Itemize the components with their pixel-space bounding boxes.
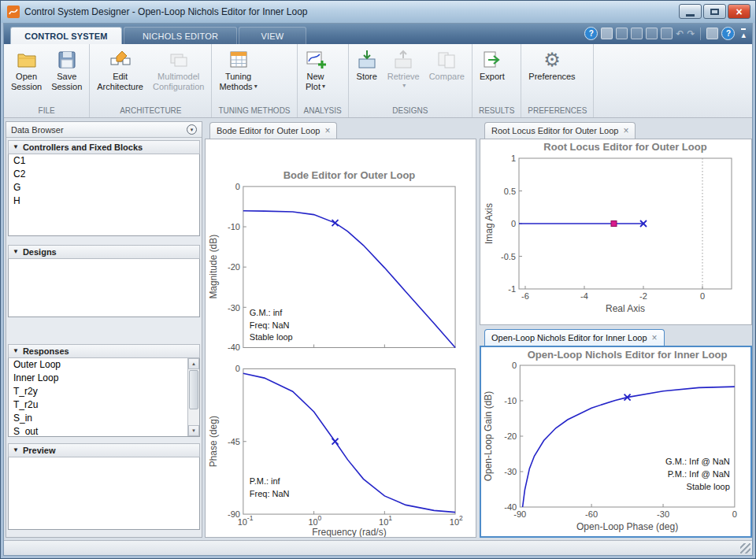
- scrollbar[interactable]: ▲ ▼: [187, 358, 199, 436]
- layout-icon[interactable]: [706, 28, 718, 39]
- group-tuning-methods: Tuning Methods▾ TUNING METHODS: [212, 44, 297, 117]
- close-tab-icon[interactable]: ×: [324, 126, 330, 135]
- open-session-button[interactable]: Open Session: [7, 46, 46, 93]
- group-label-file: FILE: [4, 106, 89, 117]
- list-item[interactable]: C1: [9, 154, 199, 168]
- button-label: Methods: [219, 82, 252, 92]
- button-label: Retrieve: [387, 72, 420, 82]
- collapse-triangle-icon[interactable]: ▼: [13, 447, 19, 453]
- app-frame: CONTROL SYSTEM NICHOLS EDITOR VIEW ? ↶ ↷…: [3, 23, 753, 556]
- tab-nichols-editor-plot[interactable]: Open-Loop Nichols Editor for Inner Loop …: [484, 329, 665, 346]
- svg-text:10: 10: [238, 517, 247, 527]
- collapse-triangle-icon[interactable]: ▼: [13, 144, 19, 150]
- control-system-designer-window: Control System Designer - Open-Loop Nich…: [0, 0, 756, 559]
- controllers-list[interactable]: C1C2GH: [8, 154, 200, 236]
- new-plot-button[interactable]: New Plot▾: [301, 46, 331, 93]
- maximize-button[interactable]: [703, 4, 726, 19]
- list-item[interactable]: S_in: [9, 412, 199, 425]
- nichols-plot: Open-Loop Nichols Editor for Inner Loop …: [481, 347, 750, 536]
- multimodel-configuration-button[interactable]: Multimodel Configuration: [149, 46, 208, 93]
- cut-icon[interactable]: [631, 28, 643, 39]
- help-icon[interactable]: ?: [721, 27, 735, 40]
- preferences-button[interactable]: ⚙ Preferences: [524, 46, 579, 83]
- list-item[interactable]: T_r2u: [9, 398, 199, 412]
- store-button[interactable]: Store: [352, 46, 382, 83]
- scroll-down-button[interactable]: ▼: [188, 425, 199, 436]
- tab-label: Root Locus Editor for Outer Loop: [491, 126, 618, 135]
- close-button[interactable]: ×: [728, 4, 750, 19]
- resize-grip[interactable]: [740, 543, 750, 553]
- group-label-results: RESULTS: [472, 106, 521, 117]
- retrieve-button[interactable]: Retrieve ▾: [384, 46, 424, 91]
- tab-label: CONTROL SYSTEM: [24, 31, 107, 41]
- title-bar[interactable]: Control System Designer - Open-Loop Nich…: [1, 1, 755, 23]
- button-label: Multimodel: [158, 72, 199, 82]
- root-locus-plot-area[interactable]: Root Locus Editor for Outer Loop 1 0.5 0: [480, 139, 752, 325]
- tab-view[interactable]: VIEW: [239, 27, 306, 44]
- section-title: Responses: [23, 346, 69, 356]
- edit-architecture-button[interactable]: Edit Architecture: [93, 46, 147, 93]
- panel-menu-icon[interactable]: ▾: [187, 124, 197, 135]
- close-tab-icon[interactable]: ×: [623, 126, 628, 135]
- list-item[interactable]: T_r2y: [9, 385, 199, 398]
- list-item[interactable]: H: [9, 194, 199, 208]
- bode-plot-area[interactable]: Bode Editor for Outer Loop 0 -10 -20 -30: [205, 139, 476, 538]
- ytick: -0.5: [501, 252, 516, 261]
- minimize-button[interactable]: [679, 4, 702, 19]
- list-item[interactable]: G: [9, 181, 199, 194]
- button-label: Tuning: [225, 72, 251, 82]
- section-designs: ▼ Designs: [8, 245, 200, 317]
- button-label: Open: [16, 72, 37, 82]
- group-label-analysis: ANALYSIS: [298, 106, 348, 117]
- tab-label: Bode Editor for Outer Loop: [217, 126, 320, 135]
- collapse-triangle-icon[interactable]: ▼: [13, 249, 19, 255]
- responses-list[interactable]: Outer LoopInner LoopT_r2yT_r2uS_inS_out: [9, 358, 199, 437]
- tab-control-system[interactable]: CONTROL SYSTEM: [10, 27, 122, 44]
- block-diagram-icon: [109, 48, 132, 72]
- section-header-responses[interactable]: ▼ Responses: [8, 344, 200, 358]
- save-session-button[interactable]: Save Session: [47, 46, 86, 93]
- scroll-thumb[interactable]: [189, 370, 198, 409]
- closed-loop-pole-marker[interactable]: [611, 221, 617, 227]
- redo-icon[interactable]: ↷: [687, 29, 695, 39]
- section-header-controllers[interactable]: ▼ Controllers and Fixed Blocks: [8, 140, 200, 154]
- svg-text:10: 10: [450, 517, 459, 527]
- section-title: Preview: [23, 446, 56, 455]
- tab-root-locus-editor[interactable]: Root Locus Editor for Outer Loop ×: [484, 122, 636, 139]
- xtick: -2: [639, 291, 647, 301]
- export-button[interactable]: Export: [476, 46, 509, 83]
- section-header-preview[interactable]: ▼ Preview: [8, 443, 200, 457]
- xtick: -60: [585, 509, 598, 519]
- button-label: Edit: [113, 72, 128, 82]
- store-icon: [356, 48, 378, 72]
- section-header-designs[interactable]: ▼ Designs: [8, 245, 200, 259]
- list-item[interactable]: C2: [9, 168, 199, 181]
- group-architecture: Edit Architecture Multimodel Configurati…: [90, 44, 212, 117]
- list-item[interactable]: Outer Loop: [9, 358, 199, 372]
- collapse-triangle-icon[interactable]: ▼: [13, 348, 19, 354]
- designs-list[interactable]: [8, 259, 200, 317]
- data-browser-header[interactable]: Data Browser ▾: [6, 122, 202, 138]
- tab-label: Open-Loop Nichols Editor for Inner Loop: [491, 333, 647, 342]
- list-item[interactable]: Inner Loop: [9, 372, 199, 385]
- close-tab-icon[interactable]: ×: [652, 333, 658, 342]
- help-badge-icon[interactable]: ?: [584, 27, 598, 40]
- new-figure-icon[interactable]: [601, 28, 613, 39]
- scroll-track[interactable]: [188, 369, 199, 425]
- tuning-methods-button[interactable]: Tuning Methods▾: [215, 46, 261, 93]
- svg-text:2: 2: [459, 514, 463, 522]
- export-arrow-icon: [481, 48, 503, 72]
- responses-list-container[interactable]: Outer LoopInner LoopT_r2yT_r2uS_inS_out …: [8, 358, 200, 437]
- undo-icon[interactable]: ↶: [676, 29, 684, 39]
- collapse-toolstrip-icon[interactable]: ▴: [741, 28, 746, 39]
- list-item[interactable]: S_out: [9, 425, 199, 437]
- paste-icon[interactable]: [661, 28, 673, 39]
- copy-icon[interactable]: [646, 28, 658, 39]
- scroll-up-button[interactable]: ▲: [188, 358, 199, 369]
- tab-bode-editor[interactable]: Bode Editor for Outer Loop ×: [209, 122, 337, 139]
- nichols-ylabel: Open-Loop Gain (dB): [483, 391, 494, 482]
- save-icon[interactable]: [616, 28, 628, 39]
- compare-button[interactable]: Compare: [425, 46, 469, 83]
- tab-nichols-editor[interactable]: NICHOLS EDITOR: [124, 27, 237, 44]
- nichols-plot-area[interactable]: Open-Loop Nichols Editor for Inner Loop …: [480, 346, 752, 538]
